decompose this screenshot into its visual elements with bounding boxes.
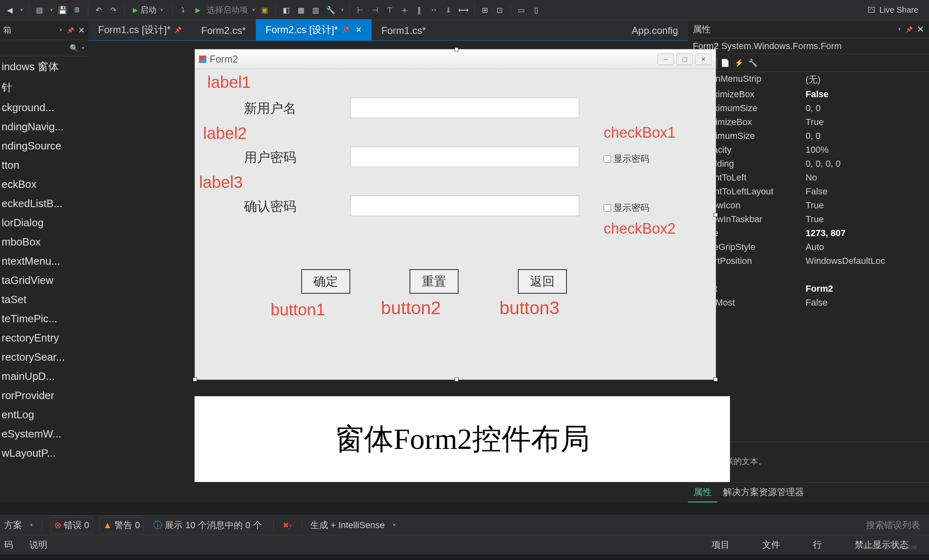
resize-handle[interactable] — [454, 47, 459, 51]
textbox3[interactable] — [350, 196, 579, 216]
col-line[interactable]: 行 — [813, 539, 822, 551]
label2[interactable]: 用户密码 — [244, 149, 296, 167]
col-file[interactable]: 文件 — [762, 539, 780, 551]
resize-handle[interactable] — [454, 377, 459, 382]
property-row[interactable]: ⊞MaximumSize0, 0 — [688, 101, 929, 115]
errors-filter[interactable]: ⊗错误 0 — [50, 517, 93, 533]
document-tab[interactable]: Form2.cs* — [191, 21, 255, 40]
search-icon[interactable]: 🔍 — [69, 44, 78, 53]
filter-icon[interactable]: ✖𝑦 — [282, 520, 293, 531]
property-row[interactable]: ⊞Padding0, 0, 0, 0 — [688, 157, 929, 171]
toolbox-item[interactable]: tton — [0, 156, 88, 175]
toolbox-item[interactable]: rectorySear... — [0, 348, 88, 367]
redo-icon[interactable]: ↷ — [108, 4, 119, 16]
tab-properties[interactable]: 属性 — [688, 483, 717, 502]
property-row[interactable]: RightToLeftNo — [688, 171, 929, 185]
toolbox-item[interactable]: taGridView — [0, 271, 88, 290]
select-startup[interactable]: 选择启动项 — [207, 4, 248, 16]
pin-icon[interactable]: 📌 — [906, 26, 913, 33]
document-tab[interactable]: App.config — [622, 21, 688, 40]
align1-icon[interactable]: ⊢ — [355, 4, 366, 16]
resize-handle[interactable] — [193, 377, 197, 382]
toolbox-item[interactable]: mboBox — [0, 232, 88, 252]
align3-icon[interactable]: ⊤ — [384, 4, 396, 16]
warnings-filter[interactable]: ▲警告 0 — [99, 517, 143, 533]
resize-handle[interactable] — [714, 377, 718, 382]
scheme-label[interactable]: 方案 — [4, 519, 22, 531]
col-project[interactable]: 项目 — [712, 539, 730, 551]
property-row[interactable]: ShowIconTrue — [688, 199, 929, 212]
form2-window[interactable]: Form2 ─ ▢ ✕ label1 label2 label3 textBox… — [195, 49, 716, 380]
maximize-button[interactable]: ▢ — [676, 54, 693, 65]
property-row[interactable]: ShowInTaskbarTrue — [688, 212, 929, 226]
pin-icon[interactable]: 📌 — [342, 27, 349, 33]
property-pages-icon[interactable]: 🔧 — [747, 57, 759, 69]
designer-surface[interactable]: Form2 ─ ▢ ✕ label1 label2 label3 textBox… — [88, 41, 688, 502]
toolbox-item[interactable]: ndingNavig... — [0, 117, 88, 136]
tab-solution-explorer[interactable]: 解决方案资源管理器 — [717, 483, 810, 502]
toolbox-item[interactable]: wLayoutP... — [0, 444, 88, 463]
align2-icon[interactable]: ⊣ — [369, 4, 381, 16]
save-all-icon[interactable]: 🗎 — [72, 4, 83, 16]
property-row[interactable]: RightToLeftLayoutFalse — [688, 185, 929, 199]
pin-icon[interactable]: 📌 — [67, 27, 74, 33]
property-row[interactable]: ⊞MinimumSize0, 0 — [688, 129, 929, 143]
toolbox-item[interactable]: rorProvider — [0, 386, 88, 405]
property-row[interactable]: Opacity100% — [688, 143, 929, 157]
continue-icon[interactable]: ▶ — [192, 4, 204, 16]
undo-icon[interactable]: ↶ — [93, 4, 105, 16]
property-row[interactable]: SizeGripStyleAuto — [688, 240, 929, 254]
checkbox2[interactable]: 显示密码 — [604, 202, 649, 214]
property-row[interactable]: StartPositionWindowsDefaultLoc — [688, 254, 929, 268]
nav-back-icon[interactable]: ◀ — [4, 4, 16, 16]
dropdown-icon[interactable]: ▼ — [898, 27, 902, 31]
close-button[interactable]: ✕ — [695, 54, 712, 65]
selected-object[interactable]: Form2 System.Windows.Forms.Form — [688, 38, 929, 54]
button2[interactable]: 重置 — [410, 269, 459, 294]
events-icon[interactable]: ⚡ — [733, 57, 745, 69]
toolbox-item[interactable]: ntextMenu... — [0, 252, 88, 271]
property-row[interactable]: ⊞Size1273, 807 — [688, 226, 929, 240]
wrench-icon[interactable]: 🔧 — [325, 4, 336, 16]
layout3-icon[interactable]: ▥ — [310, 4, 322, 16]
toolbox-item[interactable]: rectoryEntry — [0, 328, 88, 348]
property-row[interactable]: TextForm2 — [688, 282, 929, 296]
step-icon[interactable]: ⤵ — [177, 4, 189, 16]
new-icon[interactable]: ▤ — [34, 4, 45, 16]
align5-icon[interactable]: ‖ — [414, 4, 425, 16]
textbox2[interactable] — [350, 147, 579, 167]
build-filter[interactable]: 生成 + IntelliSense — [310, 519, 385, 531]
grid2-icon[interactable]: ⊡ — [494, 4, 506, 16]
checkbox1[interactable]: 显示密码 — [604, 153, 649, 165]
info-filter[interactable]: ⓘ展示 10 个消息中的 0 个 — [150, 518, 265, 533]
toolbox-item[interactable]: mainUpD... — [0, 367, 88, 386]
toolbox-item[interactable]: eSystemW... — [0, 424, 88, 444]
toolbox-item[interactable]: eckedListB... — [0, 194, 88, 213]
resize-handle[interactable] — [714, 213, 718, 217]
pin-icon[interactable]: 📌 — [175, 27, 181, 33]
toolbox-item[interactable]: 针 — [0, 77, 88, 98]
document-tab[interactable]: Form1.cs [设计]*📌 — [88, 19, 191, 40]
label3[interactable]: 确认密码 — [244, 198, 296, 216]
live-share-button[interactable]: ⮹Live Share — [861, 5, 925, 15]
label1[interactable]: 新用户名 — [244, 100, 296, 118]
textbox1[interactable] — [350, 98, 579, 118]
align4-icon[interactable]: ⟛ — [399, 4, 410, 16]
order1-icon[interactable]: ▭ — [516, 4, 527, 16]
order2-icon[interactable]: ▯ — [531, 4, 542, 16]
close-icon[interactable]: ✕ — [917, 24, 924, 35]
property-row[interactable]: MaximizeBoxFalse — [688, 87, 929, 101]
toolbox-item[interactable]: teTimePic... — [0, 309, 88, 328]
col-code[interactable]: 码 — [4, 539, 13, 551]
property-row[interactable]: MinimizeBoxTrue — [688, 115, 929, 129]
button1[interactable]: 确定 — [301, 269, 350, 294]
layout1-icon[interactable]: ◧ — [281, 4, 292, 16]
toolbox-item[interactable]: ckground... — [0, 98, 88, 117]
folder-icon[interactable]: ▣ — [259, 4, 271, 16]
minimize-button[interactable]: ─ — [658, 54, 674, 65]
align8-icon[interactable]: ⟷ — [458, 4, 469, 16]
document-tab[interactable]: Form1.cs* — [372, 21, 436, 40]
align7-icon[interactable]: ⫫ — [443, 4, 454, 16]
toolbox-item[interactable]: ndingSource — [0, 136, 88, 156]
properties-icon[interactable]: 📄 — [719, 57, 731, 69]
